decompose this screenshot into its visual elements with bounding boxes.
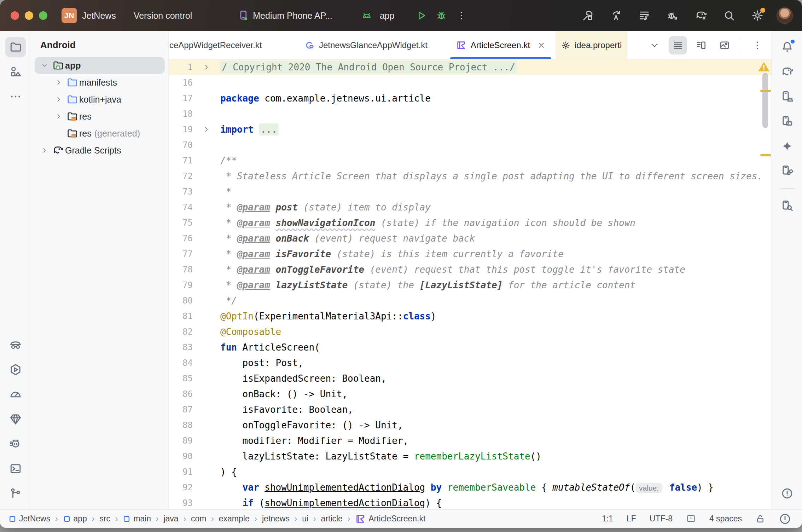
status-widget-file-encoding[interactable]: UTF-8 (650, 514, 673, 524)
fold-region-icon[interactable] (203, 64, 210, 71)
tree-item-res[interactable]: res (35, 108, 165, 125)
settings-gear-button[interactable] (748, 6, 767, 25)
tool-window-button-notifications[interactable] (777, 37, 797, 57)
tool-window-button-problems[interactable] (777, 483, 797, 504)
code-line-80[interactable]: 80 */ (169, 293, 772, 308)
code-line-83[interactable]: 83fun ArticleScreen( (169, 340, 772, 355)
code-line-71[interactable]: 71/** (169, 153, 772, 168)
status-widget-indent-style[interactable]: 4 spaces (709, 514, 742, 524)
tree-item-res[interactable]: res (generated) (35, 125, 165, 142)
fold-region-icon[interactable] (203, 126, 210, 133)
code-line-92[interactable]: 92 var showUnimplementedActionDialog by … (169, 480, 772, 495)
chevron-down-icon[interactable] (41, 62, 48, 69)
breadcrumb-item-jetnews[interactable]: JetNews (8, 514, 50, 524)
tool-window-button-device-explorer[interactable] (777, 196, 797, 216)
main-menu-version-control[interactable]: Version control (134, 11, 196, 21)
editor-tab-idea-properti[interactable]: idea.properti (556, 31, 627, 59)
code-line-79[interactable]: 79 * @param lazyListState (state) the [L… (169, 277, 772, 293)
tool-window-button-profiler[interactable] (5, 359, 26, 380)
code-line-70[interactable]: 70 (169, 137, 772, 153)
tool-window-button-app-quality-insights[interactable] (5, 409, 26, 429)
minimize-window-button[interactable] (25, 11, 33, 20)
inspection-warning-icon[interactable] (757, 61, 770, 73)
code-line-87[interactable]: 87 isFavorite: Boolean, (169, 402, 772, 417)
status-widget-highlighting-level[interactable] (686, 514, 696, 524)
editor-tab-ceappwidgetreceiver-kt[interactable]: ceAppWidgetReceiver.kt (169, 31, 280, 59)
tool-window-button-benchmark[interactable] (5, 384, 26, 405)
more-run-actions-button[interactable] (456, 10, 467, 21)
tool-window-button-device-mirroring[interactable] (777, 161, 797, 181)
status-widget-file-writable[interactable] (755, 514, 765, 524)
device-selector[interactable]: Medium Phone AP... (238, 10, 336, 21)
project-selector[interactable]: JetNews (82, 11, 120, 21)
tree-item-gradle-scripts[interactable]: Gradle Scripts (35, 142, 165, 159)
warning-stripe-mark[interactable] (760, 154, 771, 156)
project-view-selector[interactable]: Android (31, 36, 168, 57)
code-line-78[interactable]: 78 * @param onToggleFavorite (event) req… (169, 262, 772, 277)
tree-item-app[interactable]: app (35, 57, 165, 74)
sync-refactor-button[interactable] (607, 6, 625, 25)
status-widget-caret-position[interactable]: 1:1 (602, 514, 613, 524)
status-widget-line-separator[interactable]: LF (627, 514, 636, 524)
code-line-17[interactable]: 17package com.example.jetnews.ui.article (169, 91, 772, 106)
code-line-89[interactable]: 89 modifier: Modifier = Modifier, (169, 433, 772, 449)
build-hammer-button[interactable] (579, 6, 597, 25)
chevron-right-icon[interactable] (55, 79, 62, 86)
code-line-81[interactable]: 81@OptIn(ExperimentalMaterial3Api::class… (169, 308, 772, 324)
code-line-72[interactable]: 72 * Stateless Article Screen that displ… (169, 168, 772, 184)
chevron-right-icon[interactable] (55, 96, 62, 103)
editor-tab-articlescreen-kt[interactable]: ArticleScreen.kt (450, 31, 551, 59)
project-icon[interactable]: JN (62, 8, 77, 23)
code-line-77[interactable]: 77 * @param isFavorite (state) is this i… (169, 246, 772, 262)
kebab-button[interactable] (748, 36, 767, 54)
breadcrumb-item-ui[interactable]: ui (302, 514, 308, 524)
close-tab-icon[interactable] (537, 41, 546, 50)
tool-window-button-device-manager[interactable] (777, 86, 797, 107)
close-window-button[interactable] (11, 11, 19, 20)
breadcrumb-item-jetnews[interactable]: jetnews (262, 514, 290, 524)
run-button[interactable] (415, 10, 427, 22)
code-line-91[interactable]: 91) { (169, 464, 772, 480)
view-code-button[interactable] (669, 36, 687, 54)
code-line-85[interactable]: 85 isExpandedScreen: Boolean, (169, 371, 772, 386)
tool-window-button-resource-manager[interactable] (5, 62, 26, 82)
attach-debugger-button[interactable] (663, 6, 682, 25)
code-line-19[interactable]: 19import ... (169, 122, 772, 137)
code-line-76[interactable]: 76 * @param onBack (event) request navig… (169, 231, 772, 246)
view-design-button[interactable] (715, 36, 734, 54)
breadcrumb-item-article[interactable]: article (321, 514, 343, 524)
code-line-1[interactable]: 1/ Copyright 2020 The Android Open Sourc… (169, 59, 772, 75)
code-line-93[interactable]: 93 if (showUnimplementedActionDialog) { (169, 495, 772, 509)
code-line-74[interactable]: 74 * @param post (state) item to display (169, 200, 772, 215)
code-line-16[interactable]: 16 (169, 75, 772, 91)
search-button[interactable] (720, 6, 738, 25)
code-line-90[interactable]: 90 lazyListState: LazyListState = rememb… (169, 449, 772, 464)
code-editor[interactable]: 1/ Copyright 2020 The Android Open Sourc… (169, 59, 772, 509)
editor-tab-jetnewsglanceappwidget-kt[interactable]: JetnewsGlanceAppWidget.kt (298, 31, 433, 59)
code-line-73[interactable]: 73 * (169, 184, 772, 200)
code-line-75[interactable]: 75 * @param showNavigationIcon (state) i… (169, 215, 772, 231)
tool-window-button-logcat[interactable] (5, 434, 26, 454)
warning-stripe-mark[interactable] (760, 90, 771, 92)
breadcrumb-item-articlescreen-kt[interactable]: ArticleScreen.kt (355, 514, 425, 524)
debug-button[interactable] (436, 10, 447, 21)
tool-window-button-terminal[interactable] (5, 458, 26, 479)
tool-window-button-gemini[interactable] (777, 136, 797, 156)
chevron-right-icon[interactable] (41, 147, 48, 154)
tool-window-button-running-devices[interactable] (777, 111, 797, 132)
chevron-down-button[interactable] (645, 36, 664, 54)
tree-item-manifests[interactable]: manifests (35, 74, 165, 91)
profiler-lines-button[interactable] (635, 6, 653, 25)
breadcrumb-item-example[interactable]: example (219, 514, 250, 524)
chevron-right-icon[interactable] (55, 113, 62, 120)
code-line-84[interactable]: 84 post: Post, (169, 355, 772, 371)
run-configuration-selector[interactable]: app (361, 10, 401, 21)
tree-item-kotlin-java[interactable]: kotlin+java (35, 91, 165, 108)
tool-window-button-more-tool-windows[interactable] (5, 86, 26, 107)
code-line-88[interactable]: 88 onToggleFavorite: () -> Unit, (169, 417, 772, 433)
maximize-window-button[interactable] (39, 11, 47, 20)
tool-window-button-version-control[interactable] (5, 483, 26, 504)
editor-scrollbar[interactable] (762, 73, 768, 128)
tool-window-button-app-inspection[interactable] (5, 335, 26, 355)
status-widget-inspections-widget[interactable] (779, 513, 791, 525)
